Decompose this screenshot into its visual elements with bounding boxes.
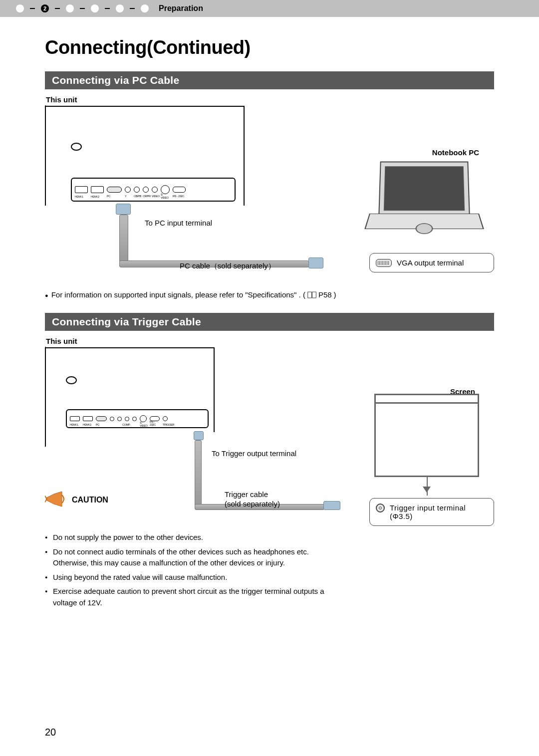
section-heading-trigger: Connecting via Trigger Cable (45, 313, 494, 331)
breadcrumb-step-6 (141, 4, 149, 12)
port-label-rs232c: RS - 232C (173, 195, 184, 198)
vga-plug-pc (308, 257, 323, 268)
breadcrumb-step-3 (66, 4, 74, 12)
notebook-pc-illustration (369, 161, 479, 241)
port-label-hdmi1: HDMI 1 (75, 195, 83, 198)
footnote-text-pre: For information on supported input signa… (45, 290, 305, 299)
breadcrumb-sep (80, 8, 85, 9)
breadcrumb-sep (130, 8, 135, 9)
projector-vent (71, 143, 82, 151)
port-label-hdmi2: HDMI 2 (83, 423, 91, 426)
breadcrumb-step-2 (41, 4, 49, 12)
breadcrumb-sep (30, 8, 35, 9)
projector-outline: HDMI 1 HDMI 2 PC Y CB/PB CR/PR VIDEO S-V… (45, 106, 245, 206)
footnote-page-ref: P58 (318, 290, 332, 299)
breadcrumb-step-5 (116, 4, 124, 12)
this-unit-label: This unit (46, 95, 494, 104)
this-unit-label-2: This unit (46, 337, 494, 345)
port-label-svideo: S-VIDEO (140, 421, 148, 427)
breadcrumb-step-4 (91, 4, 99, 12)
cable-segment (195, 440, 202, 506)
jack-plug-projector (194, 431, 204, 440)
port-label-pc: PC (107, 195, 110, 198)
page-ref-icon (307, 291, 316, 298)
svg-rect-0 (308, 292, 312, 298)
projector-vent (66, 376, 77, 384)
port-label-svideo: S-VIDEO (161, 193, 170, 199)
diagram-trigger-cable: HDMI 1 HDMI 2 PC COMP. S-VIDEO RS - 232C… (45, 347, 494, 532)
jack-plug-screen (323, 501, 340, 510)
footnote-text-post: ) (334, 290, 336, 299)
mini-jack-icon (376, 504, 385, 512)
vga-output-callout: VGA output terminal (369, 253, 494, 272)
port-label-trigger: TRIGGER (163, 423, 174, 426)
caution-label: CAUTION (72, 496, 108, 504)
breadcrumb-label: Preparation (159, 4, 203, 13)
port-label-hdmi2: HDMI 2 (91, 195, 99, 198)
callout-to-trigger: To Trigger output terminal (212, 449, 296, 458)
section-heading-pc: Connecting via PC Cable (45, 71, 494, 89)
breadcrumb-sep (105, 8, 110, 9)
breadcrumb: Preparation (0, 0, 539, 17)
footnote-input-signals: For information on supported input signa… (45, 290, 494, 299)
diagram-pc-cable: HDMI 1 HDMI 2 PC Y CB/PB CR/PR VIDEO S-V… (45, 106, 494, 285)
callout-pc-cable: PC cable（sold separately） (180, 261, 275, 271)
screen-illustration (374, 402, 479, 477)
callout-to-pc: To PC input terminal (145, 219, 212, 227)
caution-bullet: Using beyond the rated value will cause … (45, 572, 324, 583)
port-label-video: VIDEO (152, 195, 160, 198)
caution-bullets: Do not supply the power to the other dev… (45, 532, 324, 608)
port-label-pc: PC (96, 423, 99, 426)
port-label-cbpb: CB/PB (134, 195, 141, 198)
port-label-crpr: CR/PR (143, 195, 151, 198)
trigger-cable-line2: (sold separately) (225, 500, 280, 508)
cable-segment (119, 215, 128, 262)
page-number: 20 (45, 727, 56, 738)
breadcrumb-step-1 (16, 4, 24, 12)
breadcrumb-sep (55, 8, 60, 9)
projector-port-panel-2: HDMI 1 HDMI 2 PC COMP. S-VIDEO RS - 232C… (66, 409, 209, 428)
trigger-cable-line1: Trigger cable (225, 490, 268, 499)
caution-bullet: Exercise adequate caution to prevent sho… (45, 586, 324, 608)
port-label-comp: COMP. (122, 423, 130, 426)
trigger-input-callout: Trigger input terminal (Φ3.5) (369, 498, 494, 526)
port-label-hdmi1: HDMI 1 (70, 423, 78, 426)
megaphone-icon (45, 490, 67, 510)
caution-bullet: Do not supply the power to the other dev… (45, 532, 324, 543)
notebook-pc-label: Notebook PC (432, 148, 479, 157)
vga-plug-projector (116, 204, 131, 215)
svg-rect-1 (312, 292, 316, 298)
trigger-input-line1: Trigger input terminal (390, 504, 466, 512)
trigger-input-line2: (Φ3.5) (390, 512, 413, 520)
vga-output-label: VGA output terminal (397, 258, 464, 267)
port-label-rs232c: RS - 232C (150, 420, 160, 426)
caution-bullet: Do not connect audio terminals of the ot… (45, 546, 324, 569)
projector-port-panel: HDMI 1 HDMI 2 PC Y CB/PB CR/PR VIDEO S-V… (71, 178, 236, 202)
projector-outline-2: HDMI 1 HDMI 2 PC COMP. S-VIDEO RS - 232C… (45, 347, 215, 432)
port-label-y: Y (125, 195, 126, 198)
page-title: Connecting(Continued) (45, 37, 494, 58)
callout-trigger-cable: Trigger cable (sold separately) (225, 490, 280, 509)
vga-port-icon (376, 259, 392, 267)
caution-row: CAUTION (45, 490, 108, 510)
